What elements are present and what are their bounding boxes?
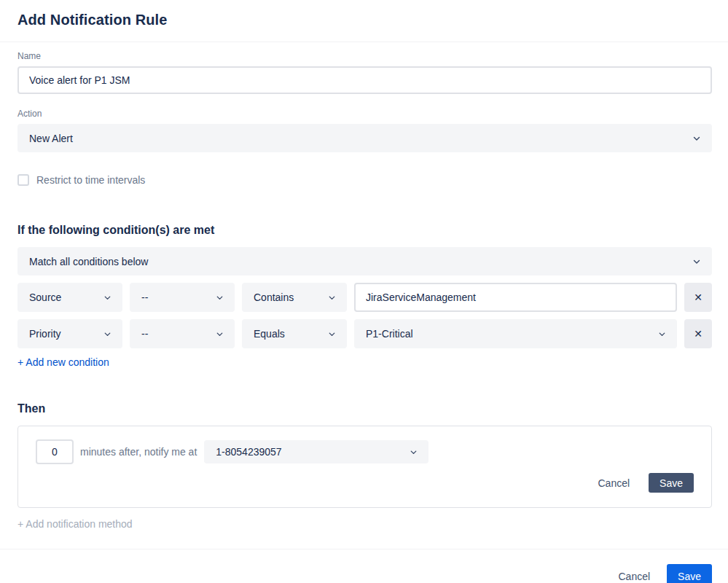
method-cancel-button[interactable]: Cancel — [596, 474, 631, 492]
condition-operator-select[interactable]: Contains — [242, 283, 347, 312]
condition-field-value: Source — [29, 292, 61, 303]
chevron-down-icon — [692, 257, 702, 267]
chevron-down-icon — [692, 133, 702, 144]
chevron-down-icon — [657, 329, 667, 339]
restrict-time-intervals-row[interactable]: Restrict to time intervals — [17, 174, 145, 186]
then-heading: Then — [17, 402, 712, 415]
condition-row: Priority -- Equals P1-Critical — [17, 319, 712, 348]
condition-field-select[interactable]: Priority — [17, 319, 122, 348]
add-condition-link[interactable]: + Add new condition — [17, 356, 109, 368]
chevron-down-icon — [103, 293, 112, 302]
notify-timing-row: minutes after, notify me at 1-8054239057 — [36, 439, 694, 464]
condition-operator-value: Contains — [254, 292, 294, 303]
condition-field-value: Priority — [29, 328, 61, 340]
match-mode-select-value: Match all conditions below — [29, 256, 148, 267]
name-input[interactable] — [17, 66, 712, 94]
page-title: Add Notification Rule — [17, 12, 711, 28]
dialog-header: Add Notification Rule — [0, 0, 728, 42]
card-actions: Cancel Save — [36, 473, 694, 493]
condition-field-select[interactable]: Source — [17, 283, 122, 312]
condition-subfield-select[interactable]: -- — [130, 319, 235, 348]
save-button[interactable]: Save — [667, 564, 712, 583]
restrict-time-intervals-checkbox[interactable] — [17, 174, 29, 186]
minutes-input[interactable] — [36, 439, 74, 464]
chevron-down-icon — [409, 447, 418, 457]
conditions-heading: If the following condition(s) are met — [17, 224, 712, 237]
remove-condition-button[interactable]: ✕ — [684, 319, 712, 348]
dialog-footer: Cancel Save — [0, 549, 728, 583]
contact-method-value: 1-8054239057 — [216, 446, 281, 458]
condition-operator-select[interactable]: Equals — [242, 319, 347, 348]
condition-subfield-select[interactable]: -- — [130, 283, 235, 312]
action-select[interactable]: New Alert — [17, 124, 712, 152]
restrict-time-intervals-label: Restrict to time intervals — [36, 174, 145, 186]
chevron-down-icon — [327, 293, 337, 302]
condition-value: P1-Critical — [366, 328, 413, 340]
condition-subfield-value: -- — [141, 292, 148, 303]
match-mode-select[interactable]: Match all conditions below — [17, 247, 712, 275]
dialog-body: Name Action New Alert Restrict to time i… — [0, 42, 728, 530]
condition-row: Source -- Contains ✕ — [17, 283, 712, 312]
name-label: Name — [17, 51, 712, 61]
chevron-down-icon — [103, 329, 112, 339]
contact-method-select[interactable]: 1-8054239057 — [204, 440, 428, 463]
condition-operator-value: Equals — [254, 328, 285, 340]
condition-subfield-value: -- — [141, 328, 148, 340]
add-notification-rule-dialog: Add Notification Rule Name Action New Al… — [0, 0, 728, 583]
action-label: Action — [17, 109, 712, 119]
cancel-button[interactable]: Cancel — [617, 568, 651, 583]
notify-text: minutes after, notify me at — [80, 446, 197, 458]
add-notification-method-link[interactable]: + Add notification method — [17, 518, 133, 530]
chevron-down-icon — [327, 329, 337, 339]
chevron-down-icon — [215, 329, 224, 339]
condition-value-input[interactable] — [354, 283, 677, 312]
chevron-down-icon — [215, 293, 224, 302]
action-select-value: New Alert — [29, 133, 73, 144]
method-save-button[interactable]: Save — [649, 473, 694, 493]
close-icon: ✕ — [694, 328, 702, 340]
remove-condition-button[interactable]: ✕ — [684, 283, 712, 312]
notification-method-card: minutes after, notify me at 1-8054239057… — [17, 426, 712, 508]
close-icon: ✕ — [694, 292, 702, 303]
condition-value-select[interactable]: P1-Critical — [354, 319, 677, 348]
